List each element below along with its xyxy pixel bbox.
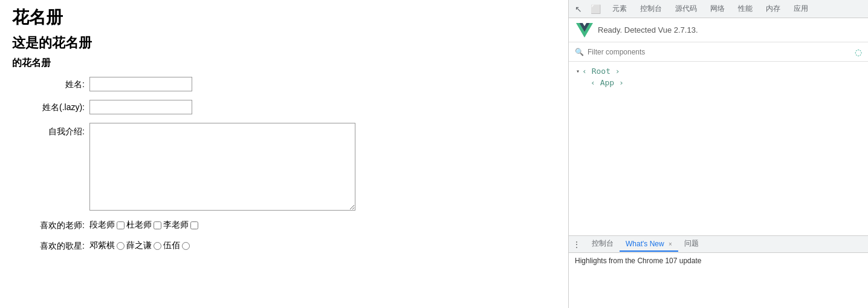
singers-row: 喜欢的歌星: 邓紫棋 薛之谦 伍佰 [12, 240, 556, 252]
singer-2-label: 薛之谦 [126, 240, 152, 251]
tab-sources[interactable]: 源代码 [669, 1, 703, 16]
teacher-2-checkbox[interactable] [154, 221, 161, 229]
singer-2-radio[interactable] [154, 242, 161, 250]
devtools-panel: ↖ ⬜ 元素 控制台 源代码 网络 性能 内存 应用 Ready. Detect… [568, 0, 868, 308]
teachers-label: 喜欢的老师: [12, 219, 85, 231]
bottom-tab-console[interactable]: 控制台 [586, 236, 620, 252]
singer-3-label: 伍佰 [163, 240, 180, 251]
devtools-toolbar: ↖ ⬜ 元素 控制台 源代码 网络 性能 内存 应用 [569, 0, 868, 18]
name-row: 姓名: [12, 77, 556, 91]
vue-logo-icon [576, 22, 593, 39]
name-lazy-label: 姓名(.lazy): [12, 101, 85, 113]
app-tag: ‹ App › [591, 78, 624, 87]
teacher-2-label: 杜老师 [126, 220, 152, 231]
vue-devtools-panel: Ready. Detected Vue 2.7.13. 🔍 ◌ ▾ ‹ Root… [569, 18, 868, 235]
bottom-tab-issues[interactable]: 问题 [678, 236, 705, 252]
intro-textarea[interactable] [89, 123, 355, 211]
tab-network[interactable]: 网络 [704, 1, 731, 16]
vue-ready-text: Ready. Detected Vue 2.7.13. [598, 25, 698, 34]
name-lazy-row: 姓名(.lazy): [12, 100, 556, 114]
vue-component-tree: ▾ ‹ Root › ‹ App › [569, 62, 868, 235]
main-content-panel: 花名册 这是的花名册 的花名册 姓名: 姓名(.lazy): 自我介绍: 喜欢的… [0, 0, 568, 308]
tab-elements[interactable]: 元素 [606, 1, 633, 16]
search-icon: 🔍 [575, 48, 584, 56]
root-tag: ‹ Root › [582, 67, 620, 76]
name-lazy-input[interactable] [89, 100, 192, 114]
vue-search-bar: 🔍 ◌ [569, 42, 868, 62]
page-title: 花名册 [12, 6, 556, 29]
teacher-1-label: 段老师 [89, 220, 115, 231]
singer-1-radio[interactable] [117, 242, 125, 250]
name-input[interactable] [89, 77, 192, 91]
whats-new-close-icon[interactable]: × [669, 241, 672, 247]
devtools-bottom-panel: ⋮ 控制台 What's New × 问题 Highlights from th… [569, 235, 868, 308]
vue-devtools-header: Ready. Detected Vue 2.7.13. [569, 18, 868, 42]
singer-1-label: 邓紫棋 [89, 240, 115, 251]
inspect-icon[interactable]: ⬜ [589, 3, 601, 15]
singers-radio-group: 邓紫棋 薛之谦 伍佰 [89, 240, 190, 251]
cursor-icon[interactable]: ↖ [572, 3, 585, 15]
tab-application[interactable]: 应用 [788, 1, 814, 16]
teacher-1-checkbox[interactable] [117, 221, 125, 229]
teacher-3-checkbox[interactable] [190, 221, 198, 229]
intro-label: 自我介绍: [12, 123, 85, 137]
singer-3-radio[interactable] [182, 242, 190, 250]
root-arrow-icon: ▾ [576, 68, 580, 74]
intro-row: 自我介绍: [12, 123, 556, 211]
tab-memory[interactable]: 内存 [760, 1, 786, 16]
bottom-panel-content: Highlights from the Chrome 107 update [569, 253, 868, 308]
teachers-row: 喜欢的老师: 段老师 杜老师 李老师 [12, 219, 556, 231]
vue-root-node[interactable]: ▾ ‹ Root › [576, 67, 861, 76]
refresh-icon[interactable]: ◌ [855, 47, 862, 57]
form-section: 姓名: 姓名(.lazy): 自我介绍: 喜欢的老师: 段老师 杜老师 李老师 [12, 77, 556, 252]
bottom-tab-bar: ⋮ 控制台 What's New × 问题 [569, 236, 868, 253]
bottom-tab-whats-new[interactable]: What's New × [620, 237, 678, 252]
name-label: 姓名: [12, 78, 85, 90]
tab-performance[interactable]: 性能 [732, 1, 759, 16]
devtools-tab-bar: 元素 控制台 源代码 网络 性能 内存 应用 [606, 1, 864, 16]
teacher-3-label: 李老师 [163, 220, 189, 231]
vue-app-node[interactable]: ‹ App › [591, 78, 861, 87]
tab-console[interactable]: 控制台 [634, 1, 668, 16]
teachers-checkbox-group: 段老师 杜老师 李老师 [89, 220, 199, 231]
section-title: 的花名册 [12, 57, 556, 70]
singers-label: 喜欢的歌星: [12, 240, 85, 252]
filter-components-input[interactable] [588, 48, 851, 56]
page-subtitle: 这是的花名册 [12, 34, 556, 52]
three-dots-icon[interactable]: ⋮ [572, 240, 581, 249]
bottom-content-text: Highlights from the Chrome 107 update [575, 257, 701, 265]
